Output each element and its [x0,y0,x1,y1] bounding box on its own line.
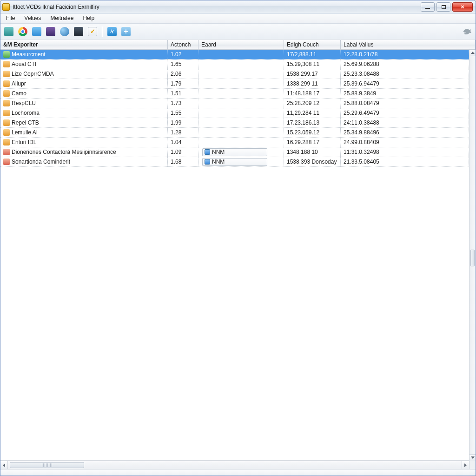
scroll-right-arrow-icon[interactable] [462,461,469,469]
table-row[interactable]: Measurcment1.0217/2,888.1112.28.0.21/78 [0,50,469,60]
row-item-icon [3,119,10,126]
header-exporter[interactable]: &M Exporiter [0,40,168,49]
row-label: 11:31.0.32498 [341,147,469,157]
purple-box-icon[interactable] [45,26,56,37]
table-row[interactable]: Camo1.5111:48.188 1725.88.9.3849 [0,89,469,99]
table-row[interactable]: Aoual CTI1.6515.29,308 1125.69.9.06288 [0,60,469,69]
row-eaard [198,69,284,79]
row-label: 25.29.6.49479 [341,108,469,118]
row-name: Repel CTB [12,119,39,126]
row-item-icon [3,51,10,58]
row-label: 21.33.5.08405 [341,157,469,166]
row-item-icon [3,139,10,145]
chip-label: NNM [212,159,225,165]
row-label: 12.28.0.21/78 [341,50,469,59]
table-row[interactable]: Lemuile AI1.2815.23.059.1225.34.9.88496 [0,128,469,138]
row-label: 25.88.0.08479 [341,99,469,108]
minimize-button[interactable] [421,2,435,12]
menu-file[interactable]: File [1,13,20,23]
row-action: 1.68 [168,157,198,166]
window-controls: × [421,2,473,12]
row-action: 1.73 [168,99,198,108]
row-action: 1.65 [168,60,198,69]
row-label: 25.34.9.88496 [341,128,469,137]
row-label: 24:11.0.38488 [341,118,469,127]
header-edge[interactable]: Edigh Couch [284,40,341,49]
row-item-icon [3,80,10,87]
scroll-up-arrow-icon[interactable] [469,50,476,56]
row-name: Camo [12,90,26,97]
row-eaard [198,89,284,98]
dark-panel-icon[interactable] [73,26,84,37]
column-headers: &M Exporiter Actonch Eaard Edigh Couch L… [0,40,476,50]
row-eaard [198,79,284,88]
table-row[interactable]: Sonartionda Cominderit1.68NNM1538.393 Do… [0,157,469,167]
row-item-icon [3,159,10,165]
table-row[interactable]: Dioneriones Contactorá Mesiipinnsisrence… [0,147,469,157]
row-item-icon [3,90,10,97]
row-eaard [198,108,284,118]
checkbox-icon[interactable] [87,26,98,37]
row-action: 1.55 [168,108,198,118]
row-edge: 1348.188 10 [284,147,341,157]
bird-gray-icon[interactable] [462,26,473,37]
row-edge: 1538.393 Donsoday [284,157,341,166]
table-row[interactable]: Allupr1.791338.299 1125.39.6.94479 [0,79,469,89]
menubar: File Velues Meitratee Help [0,13,476,24]
row-eaard-chip[interactable]: NNM [202,158,267,166]
row-label: 25.88.9.3849 [341,89,469,98]
menu-values[interactable]: Velues [20,13,46,23]
sky-box-icon[interactable] [31,26,42,37]
vertical-scroll-thumb[interactable] [470,250,475,266]
app-window: Itfoct VCDs Iknal Facicion Exrnilfiry × … [0,0,476,476]
row-edge: 15.29,308 11 [284,60,341,69]
bird-blue-icon[interactable] [106,26,118,37]
row-action: 1.02 [168,50,198,59]
row-eaard [198,99,284,108]
row-action: 1.51 [168,89,198,98]
menu-help[interactable]: Help [78,13,99,23]
chip-icon [205,159,210,165]
row-action: 1.79 [168,79,198,88]
toolbar-separator [102,26,103,37]
grid-body: Measurcment1.0217/2,888.1112.28.0.21/78A… [0,50,469,461]
horizontal-scrollbar[interactable] [0,461,476,469]
table-row[interactable]: Enturi IDL1.0416.29.288 1724.99.0.88409 [0,138,469,147]
teal-box-icon[interactable] [3,26,14,37]
vertical-scrollbar[interactable] [469,50,476,461]
maximize-button[interactable] [436,2,450,12]
row-action: 1.99 [168,118,198,127]
row-label: 25.39.6.94479 [341,79,469,88]
row-name: Sonartionda Cominderit [12,159,70,165]
menu-metrate[interactable]: Meitratee [46,13,78,23]
chrome-icon[interactable] [17,26,28,37]
toolbar [0,24,476,40]
scroll-down-arrow-icon[interactable] [469,454,476,461]
table-row[interactable]: Repel CTB1.9917.23.186.1324:11.0.38488 [0,118,469,128]
plus-icon[interactable] [120,26,132,37]
row-name: Dioneriones Contactorá Mesiipinnsisrence [12,149,116,155]
globe-gear-icon[interactable] [59,26,70,37]
row-edge: 1538.299.17 [284,69,341,79]
header-action[interactable]: Actonch [168,40,198,49]
horizontal-scroll-thumb[interactable] [10,462,84,468]
row-name: Measurcment [12,51,46,58]
statusbar [0,469,476,476]
scroll-left-arrow-icon[interactable] [0,461,8,469]
row-name: RespCLU [12,100,36,106]
row-eaard [198,118,284,127]
header-eaard[interactable]: Eaard [198,40,284,49]
row-name: Allupr [12,80,26,87]
row-eaard [198,60,284,69]
table-row[interactable]: Lize CoprrCMDA2.061538.299.1725.23.3.084… [0,69,469,79]
row-eaard-chip[interactable]: NNM [202,148,267,156]
close-button[interactable]: × [452,2,473,12]
table-row[interactable]: Lochoroma1.5511,29.284 1125.29.6.49479 [0,108,469,118]
row-action: 2.06 [168,69,198,79]
row-edge: 11,29.284 11 [284,108,341,118]
header-label[interactable]: Labal Valius [341,40,476,49]
row-eaard [198,50,284,59]
row-action: 1.28 [168,128,198,137]
row-item-icon [3,71,10,77]
table-row[interactable]: RespCLU1.7325:28.209 1225.88.0.08479 [0,99,469,108]
